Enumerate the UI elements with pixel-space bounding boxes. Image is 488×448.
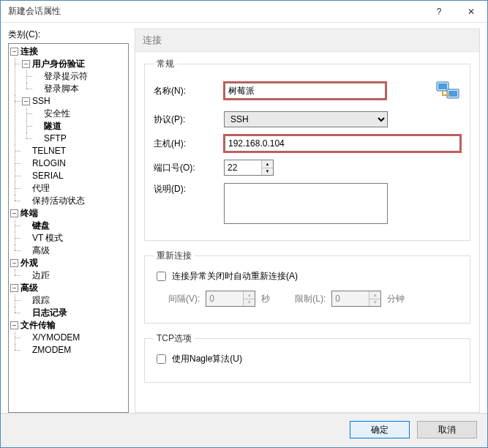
close-icon: ✕ [468,7,475,17]
interval-unit: 秒 [261,293,270,305]
collapse-icon[interactable]: − [22,60,30,68]
general-group: 常规 名称(N): [144,58,470,241]
tree-item-rlogin[interactable]: RLOGIN [22,157,128,170]
close-button[interactable]: ✕ [455,1,487,23]
limit-label: 限制(L): [295,293,326,305]
name-input[interactable] [225,83,386,99]
collapse-icon[interactable]: − [22,97,30,105]
tree-item-sftp[interactable]: SFTP [34,132,128,145]
tcp-group: TCP选项 使用Nagle算法(U) [144,332,470,383]
tree-item-security[interactable]: 安全性 [34,108,128,120]
limit-unit: 分钟 [387,293,405,305]
tree-item-zmodem[interactable]: ZMODEM [22,344,128,356]
nagle-checkbox[interactable]: 使用Nagle算法(U) [154,352,242,366]
collapse-icon[interactable]: − [10,209,18,217]
collapse-icon[interactable]: − [10,48,18,56]
dialog-footer: 确定 取消 [1,413,487,447]
tree-item-vt-mode[interactable]: VT 模式 [22,232,128,244]
spin-down-button: ▼ [369,299,380,307]
titlebar: 新建会话属性 ? ✕ [1,1,487,23]
auto-reconnect-input[interactable] [157,272,166,281]
nagle-label: 使用Nagle算法(U) [172,353,242,365]
help-icon: ? [437,7,442,17]
help-button[interactable]: ? [423,1,455,23]
tree-item-connection[interactable]: − 连接 [10,45,128,58]
ok-button[interactable]: 确定 [350,421,410,438]
interval-stepper: ▲ ▼ [206,291,255,307]
tree-item-terminal[interactable]: − 终端 [10,207,128,220]
spin-up-button: ▲ [244,291,255,299]
desc-input[interactable] [224,183,388,224]
port-stepper[interactable]: ▲ ▼ [224,160,274,176]
spin-down-button[interactable]: ▼ [262,168,273,176]
reconnect-legend: 重新连接 [154,250,195,262]
tree-item-tunnel[interactable]: 隧道 [34,120,128,132]
category-tree[interactable]: − 连接 − 用户身份验证 登录提示符 [8,43,129,413]
spin-up-button: ▲ [369,291,380,299]
name-label: 名称(N): [154,85,218,97]
tree-item-xymodem[interactable]: X/YMODEM [22,332,128,344]
general-legend: 常规 [154,58,177,70]
tree-item-login-script[interactable]: 登录脚本 [34,83,128,95]
collapse-icon[interactable]: − [10,321,18,329]
spin-up-button[interactable]: ▲ [262,160,273,168]
panel-title: 连接 [135,29,479,52]
tree-item-file-transfer[interactable]: − 文件传输 [10,319,128,332]
collapse-icon[interactable]: − [10,284,18,292]
interval-label: 间隔(V): [168,293,200,305]
tree-item-keyboard[interactable]: 键盘 [22,220,128,232]
collapse-icon[interactable]: − [10,259,18,267]
cancel-button[interactable]: 取消 [417,421,477,438]
tree-item-logging[interactable]: 日志记录 [22,307,128,319]
tree-item-serial[interactable]: SERIAL [22,170,128,182]
protocol-select[interactable]: SSH [224,111,388,127]
auto-reconnect-checkbox[interactable]: 连接异常关闭时自动重新连接(A) [154,269,298,283]
port-input[interactable] [225,160,261,175]
spin-down-button: ▼ [244,299,255,307]
host-input[interactable] [225,135,460,152]
tree-item-advanced[interactable]: − 高级 [10,282,128,294]
limit-input [332,291,369,306]
tree-item-ssh[interactable]: − SSH [22,95,128,108]
port-label: 端口号(O): [154,162,218,174]
protocol-label: 协议(P): [154,113,218,126]
window-title: 新建会话属性 [8,5,423,18]
tree-item-margin[interactable]: 边距 [22,269,128,282]
reconnect-group: 重新连接 连接异常关闭时自动重新连接(A) 间隔(V): ▲ [144,250,470,324]
svg-rect-1 [438,83,447,89]
tree-item-telnet[interactable]: TELNET [22,145,128,157]
tree-item-login-prompt[interactable]: 登录提示符 [34,70,128,83]
network-icon [435,78,461,104]
tree-item-user-auth[interactable]: − 用户身份验证 [22,58,128,70]
tree-item-advanced-t[interactable]: 高级 [22,244,128,257]
tcp-legend: TCP选项 [154,332,195,345]
host-label: 主机(H): [154,138,218,150]
tree-item-trace[interactable]: 跟踪 [22,294,128,307]
tree-item-appearance[interactable]: − 外观 [10,257,128,269]
category-label: 类别(C): [8,29,129,41]
auto-reconnect-label: 连接异常关闭时自动重新连接(A) [172,270,298,283]
limit-stepper: ▲ ▼ [331,291,381,307]
tree-item-keepalive[interactable]: 保持活动状态 [22,195,128,207]
desc-label: 说明(D): [154,183,218,195]
tree-item-proxy[interactable]: 代理 [22,182,128,195]
nagle-input[interactable] [157,354,166,364]
interval-input [206,291,243,306]
